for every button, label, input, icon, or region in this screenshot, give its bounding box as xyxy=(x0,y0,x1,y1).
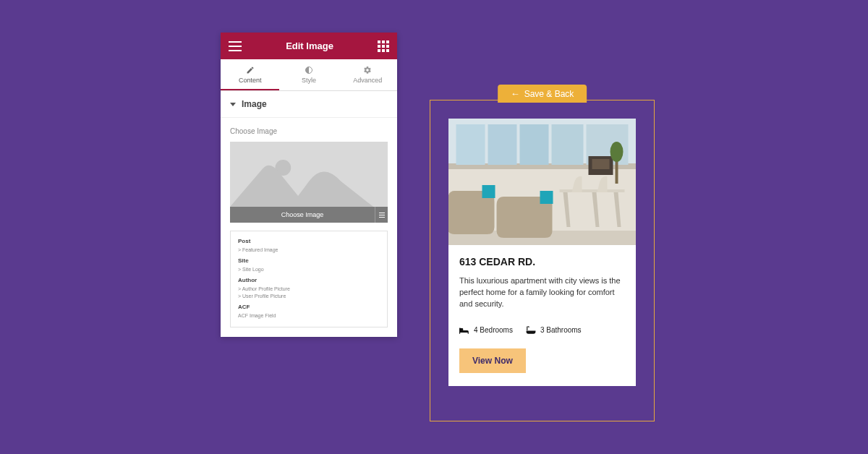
svg-rect-17 xyxy=(540,191,553,204)
tab-label: Advanced xyxy=(353,77,382,84)
listing-card: 613 CEDAR RD. This luxurious apartment w… xyxy=(448,119,636,386)
image-section: Image Choose Image Choose Image Post > F… xyxy=(221,91,397,337)
choose-image-bar: Choose Image xyxy=(230,207,388,223)
bathrooms-label: 3 Bathrooms xyxy=(540,326,582,334)
source-group-site: Site xyxy=(238,257,380,264)
source-item[interactable]: > Site Logo xyxy=(238,267,380,272)
view-now-button[interactable]: View Now xyxy=(459,348,526,373)
tab-label: Style xyxy=(302,77,316,84)
editor-title: Edit Image xyxy=(286,40,333,51)
svg-rect-7 xyxy=(488,124,517,165)
save-back-button[interactable]: ← Save & Back xyxy=(498,85,587,103)
tab-content[interactable]: Content xyxy=(221,59,279,90)
svg-rect-12 xyxy=(592,159,610,169)
listing-image xyxy=(448,119,636,245)
source-group-acf: ACF xyxy=(238,304,380,310)
svg-rect-6 xyxy=(456,124,485,165)
source-item[interactable]: > Author Profile Picture xyxy=(238,286,380,291)
svg-rect-8 xyxy=(520,124,549,165)
image-placeholder[interactable] xyxy=(230,142,388,207)
editor-panel: Edit Image Content Style Advanced Image … xyxy=(221,33,397,337)
dynamic-tags-button[interactable] xyxy=(375,207,388,223)
bedrooms-feature: 4 Bedrooms xyxy=(459,326,513,335)
svg-rect-9 xyxy=(552,124,584,165)
svg-rect-18 xyxy=(560,189,625,192)
dynamic-sources-box: Post > Featured Image Site > Site Logo A… xyxy=(230,231,388,327)
tab-advanced[interactable]: Advanced xyxy=(339,59,397,90)
source-item[interactable]: ACF Image Field xyxy=(238,313,380,318)
hamburger-icon[interactable] xyxy=(229,41,242,51)
gear-icon xyxy=(363,66,372,74)
listing-title: 613 CEDAR RD. xyxy=(459,256,625,267)
source-item[interactable]: > User Profile Picture xyxy=(238,294,380,299)
tab-style[interactable]: Style xyxy=(279,59,338,90)
editor-tabs: Content Style Advanced xyxy=(221,59,397,91)
accordion-header[interactable]: Image xyxy=(221,91,397,118)
choose-image-label: Choose Image xyxy=(230,127,388,135)
arrow-left-icon: ← xyxy=(511,88,520,99)
listing-content: 613 CEDAR RD. This luxurious apartment w… xyxy=(448,245,636,386)
preview-frame: ← Save & Back xyxy=(430,100,655,421)
source-group-author: Author xyxy=(238,277,380,283)
choose-image-button[interactable]: Choose Image xyxy=(230,207,375,223)
placeholder-graphic xyxy=(230,142,388,207)
bath-icon xyxy=(526,326,536,335)
source-item[interactable]: > Featured Image xyxy=(238,247,380,252)
bathrooms-feature: 3 Bathrooms xyxy=(526,326,582,335)
save-back-label: Save & Back xyxy=(524,89,574,99)
panel-body: Choose Image Choose Image Post > Feature… xyxy=(221,118,397,337)
svg-point-14 xyxy=(610,142,624,162)
apps-grid-icon[interactable] xyxy=(378,40,389,52)
contrast-icon xyxy=(305,66,313,74)
listing-description: This luxurious apartment with city views… xyxy=(459,275,625,310)
accordion-title: Image xyxy=(242,99,267,109)
bed-icon xyxy=(459,326,469,335)
tab-label: Content xyxy=(239,77,262,84)
caret-down-icon xyxy=(230,103,236,106)
source-group-post: Post xyxy=(238,238,380,244)
svg-rect-16 xyxy=(482,185,495,198)
bedrooms-label: 4 Bedrooms xyxy=(474,326,513,334)
interior-photo xyxy=(448,119,636,245)
editor-header: Edit Image xyxy=(221,33,397,59)
listing-features: 4 Bedrooms 3 Bathrooms xyxy=(459,326,625,335)
pencil-icon xyxy=(246,66,255,74)
